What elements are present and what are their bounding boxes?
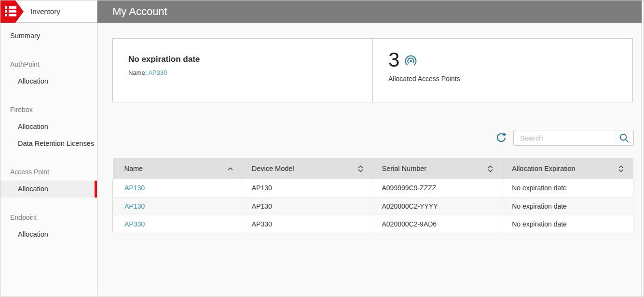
sidebar-nav: Summary AuthPoint Allocation Firebox All… <box>0 23 97 243</box>
page-title: My Account <box>112 5 167 18</box>
sidebar-title: Inventory <box>30 7 60 15</box>
sidebar-item-access-point-allocation[interactable]: Allocation <box>0 181 97 198</box>
main-area: My Account No expiration date Name: AP33… <box>97 0 642 297</box>
column-header-serial-number[interactable]: Serial Number <box>373 158 503 179</box>
app-window: Inventory Summary AuthPoint Allocation F… <box>0 0 644 297</box>
allocation-expiration-cell: No expiration date <box>503 215 633 233</box>
access-point-icon <box>404 55 417 68</box>
devices-table-body: AP130 AP130 A099999C9-ZZZZ No expiration… <box>113 179 633 233</box>
column-label-serial-number: Serial Number <box>382 165 427 172</box>
column-label-name: Name <box>124 165 143 172</box>
device-model-cell: AP130 <box>243 197 373 215</box>
sort-both-icon <box>358 165 363 172</box>
device-model-cell: AP330 <box>243 215 373 233</box>
nav-header-authpoint: AuthPoint <box>0 56 97 73</box>
scrollbar-track[interactable] <box>642 0 644 297</box>
table-row: AP130 AP130 A020000C2-YYYY No expiration… <box>113 197 633 215</box>
serial-number-cell: A099999C9-ZZZZ <box>373 179 503 197</box>
sidebar-item-firebox-allocation[interactable]: Allocation <box>0 118 97 135</box>
column-header-name[interactable]: Name <box>113 158 243 179</box>
sidebar-item-authpoint-allocation[interactable]: Allocation <box>0 73 97 90</box>
device-name-link[interactable]: AP330 <box>148 69 167 76</box>
nav-header-access-point: Access Point <box>0 164 97 181</box>
nav-group-endpoint: Endpoint Allocation <box>0 209 97 243</box>
column-header-device-model[interactable]: Device Model <box>243 158 373 179</box>
content: No expiration date Name: AP330 3 <box>97 23 642 233</box>
allocated-card-label: Allocated Access Points <box>388 75 632 83</box>
serial-number-cell: A020000C2-9AD6 <box>373 215 503 233</box>
column-label-device-model: Device Model <box>252 165 294 172</box>
sidebar-item-endpoint-allocation[interactable]: Allocation <box>0 226 97 243</box>
name-label: Name: <box>128 69 147 76</box>
expiration-card-title: No expiration date <box>128 55 372 64</box>
nav-group-access-point: Access Point Allocation <box>0 164 97 198</box>
expiration-card: No expiration date Name: AP330 <box>112 38 373 102</box>
search-button[interactable] <box>614 130 633 145</box>
summary-cards: No expiration date Name: AP330 3 <box>112 38 634 102</box>
column-label-allocation-expiration: Allocation Expiration <box>512 165 575 172</box>
devices-table-header: Name Device Model <box>113 158 633 179</box>
search-input[interactable] <box>514 130 614 145</box>
sidebar-item-data-retention-licenses[interactable]: Data Retention Licenses <box>0 135 97 152</box>
nav-group-general: Summary <box>0 28 97 44</box>
sidebar-item-summary[interactable]: Summary <box>0 28 97 44</box>
refresh-icon <box>495 132 507 143</box>
sort-both-icon <box>488 165 493 172</box>
table-row: AP330 AP330 A020000C2-9AD6 No expiration… <box>113 215 633 233</box>
allocation-expiration-cell: No expiration date <box>503 179 633 197</box>
sort-ascending-icon <box>228 167 233 170</box>
topbar: My Account <box>97 0 642 23</box>
nav-header-endpoint: Endpoint <box>0 209 97 226</box>
expiration-card-subtitle: Name: AP330 <box>128 69 372 76</box>
sort-both-icon <box>618 165 624 172</box>
allocated-card: 3 Allocated Access Points <box>372 38 633 102</box>
sidebar-header: Inventory <box>0 0 97 23</box>
search-icon <box>619 133 629 143</box>
allocated-count-row: 3 <box>388 49 632 71</box>
column-header-allocation-expiration[interactable]: Allocation Expiration <box>503 158 633 179</box>
table-toolbar <box>112 130 634 146</box>
brand-pennant-list-icon <box>0 0 24 23</box>
device-link[interactable]: AP130 <box>124 184 145 192</box>
nav-group-firebox: Firebox Allocation Data Retention Licens… <box>0 101 97 152</box>
device-link[interactable]: AP330 <box>124 220 145 228</box>
search-box <box>513 130 634 146</box>
device-link[interactable]: AP130 <box>124 202 145 210</box>
table-row: AP130 AP130 A099999C9-ZZZZ No expiration… <box>113 179 633 197</box>
sidebar: Inventory Summary AuthPoint Allocation F… <box>0 0 97 297</box>
device-model-cell: AP130 <box>243 179 373 197</box>
serial-number-cell: A020000C2-YYYY <box>373 197 503 215</box>
allocation-expiration-cell: No expiration date <box>503 197 633 215</box>
nav-group-authpoint: AuthPoint Allocation <box>0 56 97 90</box>
devices-table: Name Device Model <box>112 158 633 233</box>
nav-header-firebox: Firebox <box>0 101 97 118</box>
allocated-count: 3 <box>388 49 399 71</box>
refresh-button[interactable] <box>495 132 507 144</box>
